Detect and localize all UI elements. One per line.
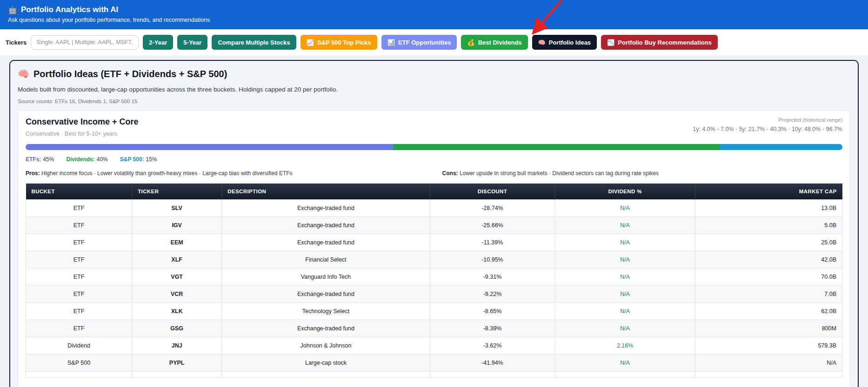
table-row: ETF SLV Exchange-traded fund -28.74% N/A…: [26, 200, 842, 217]
cons-label: Cons:: [442, 170, 458, 177]
pros-text: Pros: Higher income focus · Lower volati…: [26, 170, 426, 177]
cell-dividend: N/A: [555, 286, 695, 303]
cell-market-cap: N/A: [695, 354, 842, 372]
portfolio-ideas-card: 🧠 Portfolio Ideas (ETF + Dividends + S&P…: [9, 60, 859, 387]
portfolio-ideas-button[interactable]: 🧠 Portfolio Ideas: [532, 35, 597, 50]
table-row: ETF XLK Technology Select -8.65% N/A 62.…: [26, 303, 842, 320]
cell-discount: -25.66%: [430, 217, 555, 234]
legend-value-dividends: 40%: [97, 156, 108, 163]
cell-bucket: ETF: [26, 200, 132, 217]
cell-bucket: S&P 500: [26, 354, 132, 372]
cell-ticker: XLK: [132, 303, 222, 320]
projected-range: 1y: 4.0% - 7.0% · 5y: 21.7% - 40.3% · 10…: [693, 126, 842, 132]
cell-discount: -8.65%: [430, 303, 555, 320]
cell-description: Financial Select: [222, 251, 430, 269]
card-title: 🧠 Portfolio Ideas (ETF + Dividends + S&P…: [18, 68, 850, 79]
cell-market-cap: 5.0B: [695, 217, 842, 234]
brain-icon: 🧠: [538, 39, 546, 46]
table-row: ETF EEM Exchange-traded fund -11.39% N/A…: [26, 234, 842, 251]
source-counts: Source counts: ETFs 16, Dividends 1, S&P…: [18, 98, 850, 104]
tickers-input[interactable]: [31, 35, 139, 50]
table-row: ETF VCR Exchange-traded fund -9.22% N/A …: [26, 286, 842, 303]
projected-block: Projected (historical range) 1y: 4.0% - …: [693, 117, 842, 132]
legend-label-etfs: ETFs:: [26, 156, 41, 163]
legend-item-sp500: S&P 500: 15%: [120, 156, 157, 163]
legend-item-etfs: ETFs: 45%: [26, 156, 54, 163]
table-row: ETF XLF Financial Select -10.95% N/A 42.…: [26, 251, 842, 269]
legend-label-sp500: S&P 500:: [120, 156, 144, 163]
cell-description: Exchange-traded fund: [222, 217, 430, 234]
allocation-segment-sp500: [720, 144, 842, 150]
cell-dividend: N/A: [555, 217, 695, 234]
cons-value: Lower upside in strong bull markets · Di…: [458, 170, 659, 177]
table-row: S&P 500 PYPL Large-cap stock -41.94% N/A…: [26, 354, 842, 372]
sp500-top-picks-button[interactable]: 📈 S&P 500 Top Picks: [300, 35, 377, 50]
allocation-legend: ETFs: 45% Dividends: 40% S&P 500: 15%: [26, 156, 842, 163]
legend-label-dividends: Dividends:: [66, 156, 94, 163]
holdings-table: BUCKET TICKER DESCRIPTION DISCOUNT DIVID…: [26, 184, 842, 378]
buy-recommendations-label: Portfolio Buy Recommendations: [618, 39, 712, 46]
etf-opportunities-button[interactable]: 📊 ETF Opportunities: [381, 35, 457, 50]
cons-text: Cons: Lower upside in strong bull market…: [442, 170, 842, 177]
compare-stocks-label: Compare Multiple Stocks: [218, 39, 290, 46]
five-year-label: 5-Year: [183, 39, 201, 46]
cell-market-cap: 62.0B: [695, 303, 842, 320]
sp500-top-picks-label: S&P 500 Top Picks: [317, 39, 371, 46]
app-subtitle: Ask questions about your portfolio perfo…: [8, 17, 860, 23]
five-year-button[interactable]: 5-Year: [177, 35, 207, 50]
cell-description: Technology Select: [222, 303, 430, 320]
cell-discount: -9.22%: [430, 286, 555, 303]
app-title-text: Portfolio Analytics with AI: [21, 5, 118, 14]
portfolio-heading-block: Conservative Income + Core Conservative …: [26, 117, 139, 137]
cell-dividend: N/A: [555, 269, 695, 286]
table-row: ETF IGV Exchange-traded fund -25.66% N/A…: [26, 217, 842, 234]
col-description: DESCRIPTION: [222, 184, 430, 200]
cell-market-cap: 13.0B: [695, 200, 842, 217]
app-title: 🤖 Portfolio Analytics with AI: [8, 5, 860, 14]
best-dividends-button[interactable]: 💰 Best Dividends: [461, 35, 527, 50]
cell-description: Johnson & Johnson: [222, 337, 430, 354]
col-ticker: TICKER: [132, 184, 222, 200]
table-header-row: BUCKET TICKER DESCRIPTION DISCOUNT DIVID…: [26, 184, 842, 200]
cell-ticker: SLV: [132, 200, 222, 217]
brain-icon: 🧠: [18, 68, 29, 79]
cell-dividend: N/A: [555, 200, 695, 217]
cell-description: Vanguard Info Tech: [222, 269, 430, 286]
two-year-button[interactable]: 2-Year: [143, 35, 173, 50]
cell-discount: -3.62%: [430, 337, 555, 354]
cell-bucket: Dividend: [26, 337, 132, 354]
col-market-cap: MARKET CAP: [695, 184, 842, 200]
allocation-segment-dividends: [393, 144, 720, 150]
cell-bucket: ETF: [26, 286, 132, 303]
allocation-segment-etfs: [26, 144, 393, 150]
cell-market-cap: 579.3B: [695, 337, 842, 354]
cell-description: Exchange-traded fund: [222, 234, 430, 251]
two-year-label: 2-Year: [149, 39, 167, 46]
cell-ticker: IGV: [132, 217, 222, 234]
app-header: 🤖 Portfolio Analytics with AI Ask questi…: [0, 0, 868, 29]
cell-bucket: ETF: [26, 269, 132, 286]
cell-ticker: VGT: [132, 269, 222, 286]
cell-dividend: N/A: [555, 354, 695, 372]
cell-ticker: EEM: [132, 234, 222, 251]
robot-icon: 🤖: [8, 6, 17, 14]
cell-market-cap: 7.0B: [695, 286, 842, 303]
chart-down-icon: 📉: [607, 39, 614, 46]
card-description: Models built from discounted, large-cap …: [18, 86, 850, 93]
buy-recommendations-button[interactable]: 📉 Portfolio Buy Recommendations: [601, 35, 718, 50]
pros-value: Higher income focus · Lower volatility t…: [40, 170, 293, 177]
cell-market-cap: 42.0B: [695, 251, 842, 269]
legend-item-dividends: Dividends: 40%: [66, 156, 107, 163]
legend-value-etfs: 45%: [43, 156, 54, 163]
cell-bucket: ETF: [26, 217, 132, 234]
cell-dividend: N/A: [555, 320, 695, 337]
table-row: Dividend JNJ Johnson & Johnson -3.62% 2.…: [26, 337, 842, 354]
cell-dividend: N/A: [555, 303, 695, 320]
compare-stocks-button[interactable]: Compare Multiple Stocks: [212, 35, 296, 50]
best-dividends-label: Best Dividends: [478, 39, 522, 46]
cell-discount: -11.39%: [430, 234, 555, 251]
cell-bucket: ETF: [26, 303, 132, 320]
tickers-label: Tickers: [6, 39, 27, 46]
money-bag-icon: 💰: [467, 39, 474, 46]
cell-bucket: ETF: [26, 320, 132, 337]
